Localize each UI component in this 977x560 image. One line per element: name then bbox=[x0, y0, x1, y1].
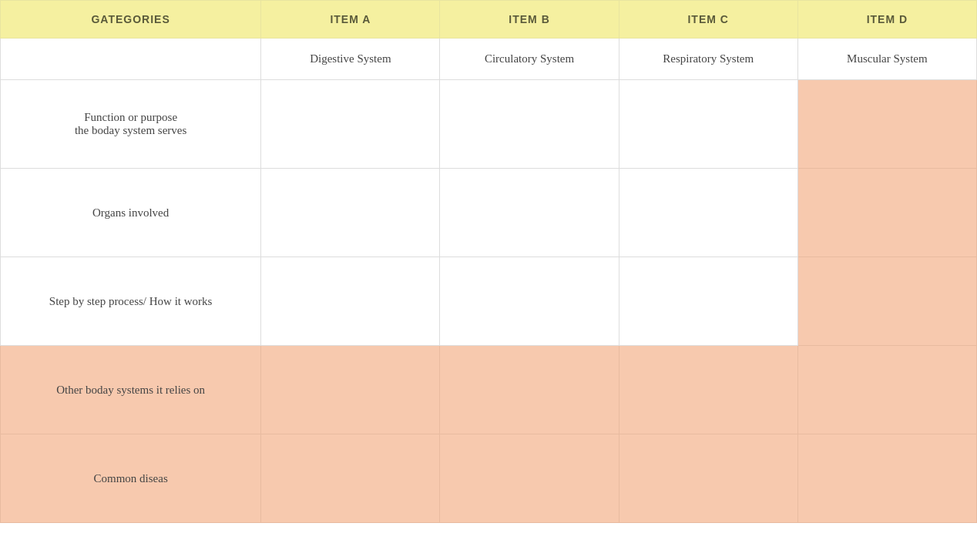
row-other: Other boday systems it relies on bbox=[1, 346, 977, 434]
category-organs: Organs involved bbox=[1, 169, 261, 257]
subheader-item-a: Digestive System bbox=[261, 39, 440, 80]
categories-header: GATEGORIES bbox=[1, 1, 261, 39]
cell-other-b bbox=[440, 346, 619, 434]
cell-diseases-b bbox=[440, 434, 619, 523]
cell-organs-c bbox=[619, 169, 797, 257]
cell-function-d bbox=[797, 80, 976, 169]
cell-diseases-c bbox=[619, 434, 797, 523]
item-c-header: ITEM C bbox=[619, 1, 797, 39]
cell-steps-d bbox=[797, 257, 976, 346]
cell-function-c bbox=[619, 80, 797, 169]
main-table-container: GATEGORIES ITEM A ITEM B ITEM C ITEM D D… bbox=[0, 0, 977, 523]
cell-steps-a bbox=[261, 257, 440, 346]
cell-organs-a bbox=[261, 169, 440, 257]
subheader-item-c: Respiratory System bbox=[619, 39, 797, 80]
item-b-header: ITEM B bbox=[440, 1, 619, 39]
row-organs: Organs involved bbox=[1, 169, 977, 257]
row-diseases: Common diseas bbox=[1, 434, 977, 523]
subheader-row: Digestive System Circulatory System Resp… bbox=[1, 39, 977, 80]
cell-steps-c bbox=[619, 257, 797, 346]
cell-organs-b bbox=[440, 169, 619, 257]
category-function: Function or purposethe boday system serv… bbox=[1, 80, 261, 169]
category-steps: Step by step process/ How it works bbox=[1, 257, 261, 346]
item-a-header: ITEM A bbox=[261, 1, 440, 39]
subheader-categories-empty bbox=[1, 39, 261, 80]
cell-diseases-a bbox=[261, 434, 440, 523]
row-steps: Step by step process/ How it works bbox=[1, 257, 977, 346]
cell-function-a bbox=[261, 80, 440, 169]
subheader-item-d: Muscular System bbox=[797, 39, 976, 80]
cell-function-b bbox=[440, 80, 619, 169]
row-function: Function or purposethe boday system serv… bbox=[1, 80, 977, 169]
header-row: GATEGORIES ITEM A ITEM B ITEM C ITEM D bbox=[1, 1, 977, 39]
item-d-header: ITEM D bbox=[797, 1, 976, 39]
cell-diseases-d bbox=[797, 434, 976, 523]
cell-other-a bbox=[261, 346, 440, 434]
cell-other-c bbox=[619, 346, 797, 434]
category-other: Other boday systems it relies on bbox=[1, 346, 261, 434]
cell-organs-d bbox=[797, 169, 976, 257]
subheader-item-b: Circulatory System bbox=[440, 39, 619, 80]
cell-steps-b bbox=[440, 257, 619, 346]
cell-other-d bbox=[797, 346, 976, 434]
category-diseases: Common diseas bbox=[1, 434, 261, 523]
